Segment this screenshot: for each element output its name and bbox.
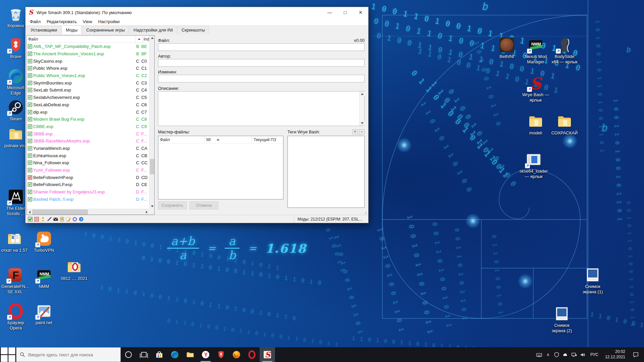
mod-checkbox[interactable]: ✓ xyxy=(28,117,32,121)
desktop-icon-opera-browser[interactable]: Браузер Opera xyxy=(2,303,30,331)
tray-onedrive-icon[interactable] xyxy=(561,348,570,361)
taskbar-clock[interactable]: 20:02 12.12.2021 xyxy=(602,349,629,360)
mod-row[interactable]: ✓SexLabDefeat.espCC6 xyxy=(27,101,149,109)
desktop-icon-modeli[interactable]: modeli xyxy=(522,113,549,136)
mod-row[interactable]: ✓3BBB.espCF... xyxy=(27,130,149,137)
mod-row[interactable]: ✓SkyrimBounties.espCC3 xyxy=(27,79,149,86)
mod-row[interactable]: ✓Nina_Follower.espCCC xyxy=(27,159,149,167)
save-button[interactable]: Сохранить xyxy=(158,201,187,209)
taskbar-button-cortana[interactable] xyxy=(121,347,136,362)
mod-row[interactable]: ✓Modern Brawl Bug Fix.espCC8 xyxy=(27,116,149,123)
tab-скриншоты[interactable]: Скриншоты xyxy=(177,26,209,34)
mod-list-header[interactable]: Файл Ind xyxy=(27,36,154,43)
desktop-icon-wryebash[interactable]: SWrye Bash — ярлык xyxy=(522,75,549,103)
horizontal-scroll-thumb[interactable] xyxy=(32,209,88,215)
mod-row[interactable]: ✓Bashed Patch, 0.espDF... xyxy=(27,195,149,203)
mod-checkbox[interactable]: ✓ xyxy=(28,66,32,70)
tray-network-icon[interactable] xyxy=(570,348,578,361)
mod-row[interactable]: ✓Shamie Follower by Engeljess23.espDF... xyxy=(27,188,149,196)
mod-row[interactable]: ✓Yumi_Follower.espCF... xyxy=(27,167,149,174)
vertical-scroll-thumb[interactable] xyxy=(150,159,154,174)
taskbar-button-explorer[interactable] xyxy=(182,347,198,362)
menu-item-settings[interactable]: Настройки xyxy=(95,18,123,25)
desktop-icon-bethini[interactable]: BethINI xyxy=(493,37,521,59)
status-karma-icon[interactable] xyxy=(40,217,45,222)
mod-row[interactable]: ✓SexlabAchievement.espCC5 xyxy=(27,94,149,101)
taskbar-button-brave-small[interactable] xyxy=(213,347,229,362)
column-header-file[interactable]: Файл xyxy=(27,36,136,43)
mod-row[interactable]: ✓3BBB-RaceMenuMorphs.espCF... xyxy=(27,137,149,145)
tab-моды[interactable]: Моды xyxy=(62,25,82,34)
taskbar-button-yandex[interactable]: Y xyxy=(198,347,213,362)
tray-volume-icon[interactable] xyxy=(579,348,587,361)
author-input[interactable] xyxy=(158,59,365,67)
mod-row[interactable]: ✓BelleFollowerHP.espDCD xyxy=(27,174,149,181)
desktop-icon-generatefnis[interactable]: FGenerateFN... SE XXL xyxy=(1,267,29,295)
scroll-down-button[interactable] xyxy=(360,121,365,126)
mod-row[interactable]: ✓Public Whore_Voices1.espCC2 xyxy=(27,72,149,79)
mod-checkbox[interactable]: ✓ xyxy=(28,52,32,56)
close-button[interactable]: × xyxy=(353,7,368,18)
desktop-icon-bodyslide[interactable]: BodySlide x64 — ярлык xyxy=(551,37,578,65)
tray-defender-icon[interactable] xyxy=(553,348,561,361)
mod-list-vertical-scrollbar[interactable] xyxy=(149,36,154,209)
desktop-icon-snapshot1[interactable]: Снимок экрана (1) xyxy=(579,267,606,295)
scroll-up-button[interactable] xyxy=(150,36,155,40)
mod-checkbox[interactable]: ✓ xyxy=(28,124,32,129)
masters-column-current-lo[interactable]: Текущий ПЗ xyxy=(252,136,283,143)
window-titlebar[interactable]: S Wrye Smash 309.1 (Standalone): По умол… xyxy=(25,7,368,18)
mod-checkbox[interactable]: ✓ xyxy=(28,81,32,85)
bash-tags-list[interactable] xyxy=(287,136,365,208)
action-center-button[interactable] xyxy=(629,352,642,358)
search-input[interactable] xyxy=(28,352,112,357)
mod-row[interactable]: ✓EzhkaHouse.espCCB xyxy=(27,152,149,159)
desktop-icon-folder0812[interactable]: 0812 .... 2021 xyxy=(60,259,88,281)
start-button[interactable] xyxy=(0,347,16,362)
masters-table[interactable]: Файл MI Текущий ПЗ xyxy=(158,136,283,199)
mod-checkbox[interactable]: ✓ xyxy=(28,197,32,201)
file-input[interactable] xyxy=(158,43,365,51)
taskbar-search[interactable] xyxy=(16,347,121,362)
menu-item-file[interactable]: Файл xyxy=(27,18,44,25)
tray-touch-keyboard-icon[interactable] xyxy=(535,348,543,361)
mod-checkbox[interactable]: ✓ xyxy=(28,154,32,158)
status-edit-icon[interactable] xyxy=(66,217,71,222)
status-ring-icon[interactable] xyxy=(72,217,77,222)
hidden-icons-chevron[interactable]: ∧ xyxy=(544,348,552,361)
mod-checkbox[interactable]: ✓ xyxy=(28,95,32,100)
taskbar-button-store[interactable] xyxy=(152,347,167,362)
menu-item-view[interactable]: View xyxy=(80,18,95,25)
scroll-left-button[interactable] xyxy=(27,209,32,215)
description-textarea[interactable] xyxy=(158,91,365,126)
mod-row[interactable]: ✓dip.espCC7 xyxy=(27,108,149,116)
column-header-group-sort[interactable] xyxy=(136,36,143,43)
mod-row[interactable]: ✓AML_TAP_MF_Compatibility_Patch.espBBE xyxy=(27,43,149,50)
maximize-button[interactable]: □ xyxy=(337,7,353,18)
mod-checkbox[interactable]: ✓ xyxy=(28,88,32,92)
cancel-button[interactable]: Отмена xyxy=(190,201,218,209)
mod-checkbox[interactable]: ✓ xyxy=(28,44,32,49)
mod-checkbox[interactable]: ✓ xyxy=(28,73,32,78)
mod-row[interactable]: ✓SkyCasino.espCC0 xyxy=(27,57,149,65)
status-doc-icon[interactable] xyxy=(59,217,64,222)
masters-column-file[interactable]: Файл xyxy=(158,136,205,143)
mod-row[interactable]: ✓YurianaWench.espCCA xyxy=(27,145,149,152)
language-indicator[interactable]: РУС xyxy=(588,352,601,357)
status-brush-icon[interactable] xyxy=(47,217,52,222)
column-header-index[interactable]: Ind xyxy=(143,36,150,43)
mod-checkbox[interactable]: ✓ xyxy=(28,146,32,150)
mod-row[interactable]: ✓Public Whore.espCC1 xyxy=(27,65,149,72)
status-purge-icon[interactable] xyxy=(34,217,39,222)
status-checkbox-icon[interactable] xyxy=(28,217,33,222)
desktop-icon-skse[interactable]: skse64_loader — ярлык xyxy=(520,152,547,180)
taskbar-button-edge-small[interactable] xyxy=(167,347,182,362)
desktop-icon-snapshot2[interactable]: Снимок экрана (2) xyxy=(548,306,576,334)
mod-checkbox[interactable]: ✓ xyxy=(28,110,32,114)
mod-checkbox[interactable]: ✓ xyxy=(28,59,32,63)
mod-checkbox[interactable]: ✓ xyxy=(28,190,32,194)
desktop-icon-otkat[interactable]: откат на 1.57 xyxy=(1,231,28,253)
taskbar-button-opera-small[interactable] xyxy=(244,347,260,362)
modified-input[interactable] xyxy=(158,75,365,82)
scroll-down-button[interactable] xyxy=(150,204,155,209)
taskbar-button-wrye-smash[interactable]: S xyxy=(260,347,275,362)
